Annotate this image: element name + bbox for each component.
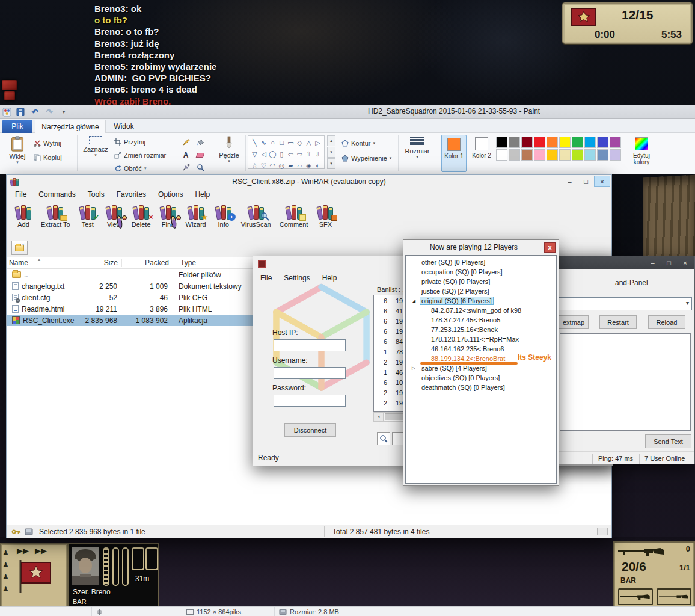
shape-option[interactable]: ∿ xyxy=(259,138,268,148)
resize-button[interactable]: Zmień rozmiar xyxy=(114,150,166,161)
brushes-button[interactable]: Pędzle ▾ xyxy=(215,135,243,172)
tree-player[interactable]: 77.253.125.16<:Benek xyxy=(406,325,556,334)
winrar-title-bar[interactable]: RSC_Client x86.zip - WinRAR (evaluation … xyxy=(7,175,611,188)
shape-option[interactable]: ▷ xyxy=(313,138,322,148)
text-tool[interactable]: A xyxy=(179,149,192,161)
toolbar-virusscan-button[interactable]: VirusScan xyxy=(237,203,275,229)
pencil-tool[interactable] xyxy=(179,137,192,148)
tree-group[interactable]: other (SQ) [0 Players] xyxy=(406,257,556,267)
tree-group[interactable]: private (SQ) [0 Players] xyxy=(406,277,556,286)
magnifier-tool[interactable] xyxy=(194,162,207,173)
palette-color[interactable] xyxy=(584,137,596,148)
palette-color[interactable] xyxy=(559,137,571,148)
undo-button[interactable]: ↶ xyxy=(29,106,40,117)
menu-favorites[interactable]: Favorites xyxy=(111,188,152,202)
palette-color[interactable] xyxy=(559,149,571,161)
shape-option[interactable]: ◐ xyxy=(313,161,322,171)
rotate-button[interactable]: Obróć ▾ xyxy=(114,163,146,174)
menu-help[interactable]: Help xyxy=(189,188,216,202)
shape-option[interactable]: ▽ xyxy=(250,149,259,159)
minimize-button[interactable]: – xyxy=(644,257,661,268)
shape-option[interactable]: ▱ xyxy=(295,161,304,171)
tree-player[interactable]: 178.120.175.111<:=RpR=Max xyxy=(406,334,556,344)
tree-group[interactable]: deathmatch (SQ) [0 Players] xyxy=(406,383,556,392)
eraser-tool[interactable] xyxy=(194,149,207,161)
palette-color[interactable] xyxy=(509,137,520,148)
maximize-button[interactable]: □ xyxy=(578,176,594,187)
palette-color[interactable] xyxy=(521,149,533,161)
close-button[interactable]: × xyxy=(677,257,693,268)
color2-button[interactable]: Kolor 2 xyxy=(469,135,494,172)
shape-option[interactable]: ▰ xyxy=(286,161,295,171)
toolbar-comment-button[interactable]: Comment xyxy=(275,203,313,229)
menu-file[interactable]: File xyxy=(254,272,278,284)
gallery-expand-button[interactable]: ▾ xyxy=(327,158,335,169)
palette-color[interactable] xyxy=(572,149,583,161)
shape-option[interactable]: ◇ xyxy=(295,138,304,148)
palette-color[interactable] xyxy=(547,149,558,161)
palette-color[interactable] xyxy=(509,149,520,161)
redo-button[interactable]: ↷ xyxy=(44,106,55,117)
toolbar-add-button[interactable]: Add xyxy=(10,203,37,229)
toolbar-info-button[interactable]: i Info xyxy=(210,203,237,229)
tree-player[interactable]: 84.2.87.12<:swinm_god of k98 xyxy=(406,306,556,315)
toolbar-wizard-button[interactable]: ★ Wizard xyxy=(182,203,210,229)
shape-option[interactable]: △ xyxy=(304,138,313,148)
select-button[interactable]: Zaznacz ▾ xyxy=(81,135,111,172)
disconnect-button[interactable]: Disconnect xyxy=(284,424,336,437)
reload-button[interactable]: Reload xyxy=(648,315,685,329)
palette-color[interactable] xyxy=(610,137,621,148)
menu-commands[interactable]: Commands xyxy=(32,188,81,202)
command-panel-title-bar[interactable]: – □ × xyxy=(554,256,694,270)
expanded-arrow-icon[interactable]: ◢ xyxy=(412,298,420,304)
nextmap-button[interactable]: extmap xyxy=(559,315,589,329)
search-button[interactable] xyxy=(377,432,390,445)
palette-color[interactable] xyxy=(534,149,545,161)
fill-tool[interactable] xyxy=(194,137,207,148)
toolbar-sfx-button[interactable]: SFX xyxy=(312,203,338,229)
password-input[interactable] xyxy=(274,395,346,407)
palette-color[interactable] xyxy=(547,137,558,148)
tree-player[interactable]: 178.37.247.45<:Breno5 xyxy=(406,315,556,325)
tab-plik[interactable]: Plik xyxy=(2,120,32,133)
maximize-button[interactable]: □ xyxy=(661,257,677,268)
scroll-left-button[interactable]: ◂ xyxy=(374,413,384,421)
scroll-up-button[interactable]: ▴ xyxy=(327,135,335,146)
palette-color[interactable] xyxy=(496,149,507,161)
copy-button[interactable]: Kopiuj xyxy=(34,152,62,163)
map-combobox[interactable]: ▾ xyxy=(559,297,692,310)
menu-help[interactable]: Help xyxy=(316,272,343,284)
menu-settings[interactable]: Settings xyxy=(278,272,316,284)
save-button[interactable] xyxy=(15,106,26,117)
tree-group[interactable]: objectives (SQ) [0 Players] xyxy=(406,373,556,383)
username-input[interactable] xyxy=(274,367,346,379)
shape-option[interactable]: □ xyxy=(277,138,286,148)
menu-tools[interactable]: Tools xyxy=(82,188,111,202)
tree-player[interactable]: 46.164.162.235<:Breno6 xyxy=(406,344,556,354)
column-header-size[interactable]: Size xyxy=(78,259,121,267)
shape-option[interactable]: ♡ xyxy=(259,161,268,171)
close-button[interactable]: × xyxy=(594,176,610,187)
paint-title-bar[interactable]: ↶ ↷ ▾ HD2_SabreSquadron 2015-01-06 21-33… xyxy=(0,105,695,119)
shape-option[interactable]: ▯ xyxy=(277,149,286,159)
shape-option[interactable]: ⇧ xyxy=(304,149,313,159)
paste-button[interactable]: Wklej ▾ xyxy=(4,135,31,172)
scroll-down-button[interactable]: ▾ xyxy=(327,147,335,158)
shape-option[interactable]: ▭ xyxy=(286,138,295,148)
tree-group[interactable]: occupation (SQ) [0 Players] xyxy=(406,267,556,277)
shape-option[interactable]: ⇩ xyxy=(313,149,322,159)
palette-color[interactable] xyxy=(534,137,545,148)
toolbar-delete-button[interactable]: × Delete xyxy=(127,203,155,229)
palette-color[interactable] xyxy=(496,137,507,148)
crop-button[interactable]: Przytnij xyxy=(114,137,145,147)
toolbar-extract-button[interactable]: Extract To xyxy=(37,203,75,229)
shape-option[interactable]: ◈ xyxy=(304,161,313,171)
palette-color[interactable] xyxy=(597,137,608,148)
shape-option[interactable]: ⇦ xyxy=(286,149,295,159)
menu-options[interactable]: Options xyxy=(152,188,189,202)
edit-colors-button[interactable]: Edytuj kolory xyxy=(626,135,657,172)
restart-button[interactable]: Restart xyxy=(599,315,637,329)
shape-option[interactable]: ╲ xyxy=(250,138,259,148)
palette-color[interactable] xyxy=(597,149,608,161)
tree-group[interactable]: ▷sabre (SQ) [4 Players] xyxy=(406,363,556,373)
